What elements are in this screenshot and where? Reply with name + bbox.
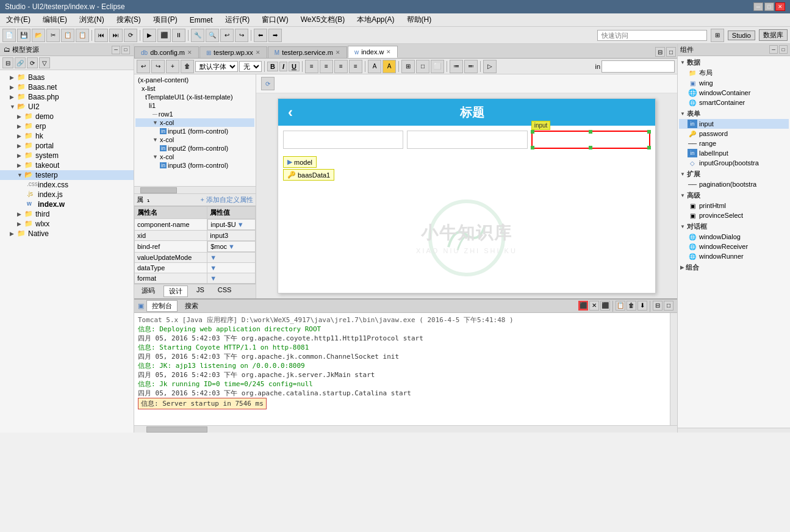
prop-value-6[interactable]: ▼ — [207, 273, 256, 284]
tb9[interactable]: ⟳ — [124, 29, 137, 42]
align-center-btn[interactable]: ≡ — [320, 60, 333, 73]
right-item-layout[interactable]: 📁 布局 — [679, 68, 789, 78]
right-item-windowrunner[interactable]: 🌐 windowRunner — [679, 251, 789, 261]
tb10[interactable]: ▶ — [143, 29, 156, 42]
tb13[interactable]: 🔧 — [191, 29, 204, 42]
tree-item-index-js[interactable]: .js index.js — [0, 190, 134, 200]
panel-min-btn[interactable]: ─ — [112, 46, 120, 54]
tab-js[interactable]: JS — [192, 286, 209, 297]
layout-btn[interactable]: ⊞ — [711, 29, 724, 42]
node-template[interactable]: tTemplateUI1 (x-list-template) — [135, 93, 254, 101]
refresh-btn[interactable]: ⟳ — [27, 57, 38, 68]
menu-project[interactable]: 项目(P) — [149, 13, 181, 26]
new-button[interactable]: 📄 — [2, 29, 16, 42]
tree-item-demo[interactable]: ▶ 📁 demo — [0, 112, 134, 121]
node-input3[interactable]: in input3 (form-control) — [135, 161, 254, 170]
menu-file[interactable]: 文件(E) — [2, 13, 34, 26]
right-item-windowdialog[interactable]: 🌐 windowDialog — [679, 232, 789, 242]
tb12[interactable]: ⏸ — [172, 29, 185, 42]
section-extend-header[interactable]: 扩展 — [679, 169, 789, 179]
db-button[interactable]: 数据库 — [759, 29, 788, 41]
color-btn[interactable]: A — [368, 60, 381, 73]
menu-help[interactable]: 帮助(H) — [403, 13, 436, 26]
right-item-wing[interactable]: ▣ wing — [679, 78, 789, 88]
right-item-input[interactable]: in input — [679, 119, 789, 129]
align-justify-btn[interactable]: ≡ — [349, 60, 362, 73]
tree-item-portal[interactable]: ▶ 📁 portal — [0, 141, 134, 151]
console-max-btn[interactable]: □ — [664, 301, 673, 311]
section-advanced-header[interactable]: 高级 — [679, 190, 789, 201]
add-node-btn[interactable]: + — [166, 60, 179, 73]
bold-btn[interactable]: B — [267, 62, 278, 71]
node-xcol3[interactable]: ▼ x-col — [135, 153, 254, 161]
link-btn[interactable]: 🔗 — [15, 57, 26, 68]
tree-item-third[interactable]: ▶ 📁 third — [0, 209, 134, 219]
right-item-printhtml[interactable]: ▣ printHtml — [679, 201, 789, 210]
right-item-labelinput[interactable]: in labelInput — [679, 148, 789, 158]
tree-item-hk[interactable]: ▶ 📁 hk — [0, 131, 134, 141]
console-hscroll[interactable] — [134, 425, 677, 433]
right-panel-scrollbar[interactable] — [678, 428, 790, 433]
node-input1[interactable]: in input1 (form-control) — [135, 127, 254, 135]
right-item-provinceselect[interactable]: ▣ provinceSelect — [679, 210, 789, 220]
console-tab[interactable]: 控制台 — [146, 300, 178, 312]
collapse-all-btn[interactable]: ⊟ — [2, 57, 13, 68]
tree-item-erp[interactable]: ▶ 📁 erp — [0, 121, 134, 131]
menu-app[interactable]: 本地App(A) — [353, 13, 398, 26]
tree-item-native[interactable]: ▶ 📁 Native — [0, 229, 134, 239]
menu-search[interactable]: 搜索(S) — [113, 13, 145, 26]
tree-item-baas[interactable]: ▶ 📁 Baas — [0, 73, 134, 82]
menu-browse[interactable]: 浏览(N) — [76, 13, 108, 26]
close-button[interactable]: ✕ — [775, 2, 785, 11]
list-btn[interactable]: ≔ — [450, 60, 463, 73]
tab-service[interactable]: M testerp.service.m ✕ — [268, 46, 347, 58]
studio-button[interactable]: Studio — [728, 31, 755, 40]
right-panel-max[interactable]: □ — [779, 45, 788, 54]
tree-item-index-w[interactable]: w index.w — [0, 200, 134, 209]
tb6[interactable]: 📋 — [76, 29, 89, 42]
console-btn3[interactable]: ⬛ — [600, 301, 610, 311]
tree-item-testerp[interactable]: ▼ 📂 testerp — [0, 170, 134, 180]
redo-btn[interactable]: ↪ — [151, 60, 165, 73]
right-item-windowreceiver[interactable]: 🌐 windowReceiver — [679, 242, 789, 251]
right-item-windowcontainer[interactable]: 🌐 windowContainer — [679, 88, 789, 98]
add-prop-btn[interactable]: + 添加自定义属性 — [201, 195, 253, 204]
section-data-header[interactable]: 数据 — [679, 57, 789, 68]
right-panel-min[interactable]: ─ — [769, 45, 778, 54]
maximize-button[interactable]: □ — [764, 2, 774, 11]
view-max-btn[interactable]: □ — [666, 47, 676, 57]
tb18[interactable]: ➡ — [268, 29, 282, 42]
node-row1[interactable]: ─ row1 — [135, 110, 254, 118]
tree-item-baasnet[interactable]: ▶ 📁 Baas.net — [0, 82, 134, 92]
tree-item-takeout[interactable]: ▶ 📁 takeout — [0, 160, 134, 170]
undo-btn[interactable]: ↩ — [137, 60, 150, 73]
list2-btn[interactable]: ≕ — [464, 60, 478, 73]
prop-value-1[interactable]: input-$U▼ — [207, 219, 255, 230]
tree-item-system[interactable]: ▶ 📁 system — [0, 151, 134, 160]
section-form-header[interactable]: 表单 — [679, 109, 789, 119]
tree-item-wlxx[interactable]: ▶ 📁 wlxx — [0, 219, 134, 229]
tree-item-ui2[interactable]: ▼ 📂 UI2 — [0, 102, 134, 112]
tb14[interactable]: 🔍 — [206, 29, 219, 42]
tab-testerp-wp[interactable]: ⊞ testerp.wp.xx ✕ — [199, 46, 267, 58]
tb16[interactable]: ↪ — [235, 29, 248, 42]
bg-color-btn[interactable]: A — [382, 60, 396, 73]
node-xcol2[interactable]: ▼ x-col — [135, 135, 254, 144]
console-scrollbar[interactable] — [670, 313, 677, 425]
tab-close-db[interactable]: ✕ — [187, 49, 192, 56]
console-btn5[interactable]: 🗑 — [627, 301, 636, 311]
view-menu-btn[interactable]: ⊟ — [655, 47, 665, 57]
tb3[interactable]: 📂 — [32, 29, 45, 42]
align-right-btn[interactable]: ≡ — [334, 60, 348, 73]
section-combo-header[interactable]: 组合 — [679, 262, 789, 273]
console-btn4[interactable]: 📋 — [616, 301, 625, 311]
tab-design[interactable]: 设计 — [163, 286, 188, 297]
node-xlist[interactable]: x-list — [135, 84, 254, 93]
node-input2[interactable]: in input2 (form-control) — [135, 144, 254, 153]
size-select[interactable]: 无 — [239, 61, 262, 72]
tb4[interactable]: ✂ — [46, 29, 60, 42]
tab-close-service[interactable]: ✕ — [336, 49, 340, 56]
save-button[interactable]: 💾 — [17, 29, 31, 42]
console-btn6[interactable]: ⬇ — [637, 301, 647, 311]
prop-value-3[interactable]: $moc▼ — [207, 241, 255, 252]
